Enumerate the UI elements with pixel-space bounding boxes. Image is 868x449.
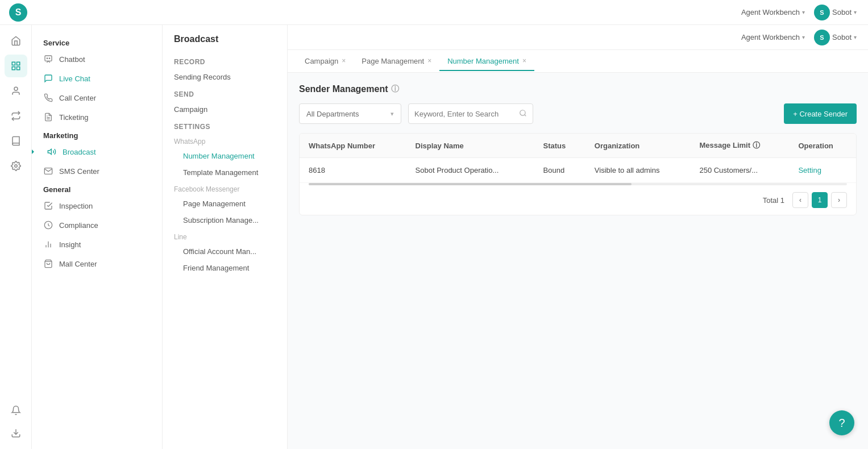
nav-item-broadcast[interactable]: Broadcast	[32, 142, 162, 161]
pagination-prev[interactable]: ‹	[792, 192, 808, 208]
broadcast-item-campaign[interactable]: Campaign	[163, 101, 287, 118]
nav-item-inspection[interactable]: Inspection	[32, 196, 162, 215]
col-status: Status	[534, 134, 585, 158]
nav-item-live-chat[interactable]: Live Chat	[32, 69, 162, 88]
sidebar-icon-home[interactable]	[5, 30, 27, 52]
app-logo: S	[9, 3, 27, 22]
help-button[interactable]: ?	[829, 410, 854, 435]
table-row: 8618 Sobot Product Operatio... Bound Vis…	[300, 158, 856, 183]
sidebar-icon-gear[interactable]	[5, 155, 27, 177]
broadcast-settings-section: Settings	[163, 118, 287, 133]
broadcast-icon	[47, 147, 57, 157]
sidebar-icon-download[interactable]	[5, 422, 27, 444]
col-display-name: Display Name	[406, 134, 534, 158]
broadcast-item-official-account[interactable]: Official Account Man...	[163, 243, 287, 260]
broadcast-item-number-management[interactable]: Number Management	[163, 148, 287, 164]
col-message-limit: Message Limit ⓘ	[690, 134, 789, 158]
cell-whatsapp-number: 8618	[300, 158, 406, 183]
icon-sidebar	[0, 25, 32, 449]
table-header-row: WhatsApp Number Display Name Status Orga…	[300, 134, 856, 158]
nav-section-general: General	[32, 181, 162, 196]
user-avatar: S	[814, 5, 830, 20]
nav-item-ticketing[interactable]: Ticketing	[32, 107, 162, 127]
broadcast-record-section: Record	[163, 53, 287, 68]
cell-operation: Setting	[789, 158, 856, 183]
user-arrow: ▾	[854, 9, 857, 15]
page-title: Sender Management ⓘ	[299, 84, 857, 94]
broadcast-whatsapp-group: WhatsApp	[163, 133, 287, 148]
tab-page-management[interactable]: Page Management ×	[354, 52, 439, 71]
svg-marker-12	[48, 149, 51, 154]
nav-sidebar: Service Chatbot Live Chat Call Center Ti…	[32, 25, 163, 449]
user-dropdown[interactable]: S Sobot ▾	[814, 5, 857, 20]
agent-workbench-arrow: ▾	[802, 9, 805, 15]
svg-line-19	[525, 114, 526, 116]
broadcast-line-group: Line	[163, 228, 287, 243]
col-whatsapp-number: WhatsApp Number	[300, 134, 406, 158]
svg-point-4	[14, 87, 18, 90]
nav-item-sms-center[interactable]: SMS Center	[32, 161, 162, 181]
title-info-icon[interactable]: ⓘ	[391, 84, 399, 94]
sidebar-icon-routing[interactable]	[5, 105, 27, 127]
tab-campaign-close[interactable]: ×	[342, 57, 346, 65]
live-chat-icon	[43, 73, 53, 84]
broadcast-item-sending-records[interactable]: Sending Records	[163, 68, 287, 86]
pagination-next[interactable]: ›	[831, 192, 847, 208]
broadcast-active-indicator	[32, 148, 34, 155]
secondary-user-dropdown[interactable]: S Sobot ▾	[814, 30, 857, 45]
nav-item-insight[interactable]: Insight	[32, 235, 162, 254]
tab-page-management-close[interactable]: ×	[427, 57, 431, 65]
svg-point-18	[520, 110, 525, 115]
broadcast-sidebar-title: Broadcast	[163, 34, 287, 53]
inspection-icon	[43, 201, 53, 211]
svg-rect-2	[12, 67, 15, 70]
secondary-user-arrow: ▾	[854, 34, 857, 40]
setting-link[interactable]: Setting	[798, 166, 821, 174]
scroll-indicator	[309, 183, 847, 185]
broadcast-item-friend-management[interactable]: Friend Management	[163, 260, 287, 276]
broadcast-item-page-management[interactable]: Page Management	[163, 196, 287, 212]
nav-item-chatbot[interactable]: Chatbot	[32, 49, 162, 69]
icon-sidebar-bottom-group	[5, 399, 27, 444]
scroll-thumb	[309, 183, 632, 185]
svg-point-5	[14, 165, 17, 168]
sender-table-container: WhatsApp Number Display Name Status Orga…	[299, 133, 857, 215]
insight-icon	[43, 239, 53, 250]
pagination: Total 1 ‹ 1 ›	[300, 185, 856, 215]
tabs-bar: Campaign × Page Management × Number Mana…	[288, 50, 868, 73]
cell-organization: Visible to all admins	[585, 158, 691, 183]
svg-rect-1	[16, 62, 19, 65]
search-input[interactable]	[414, 110, 516, 118]
sidebar-icon-person[interactable]	[5, 80, 27, 102]
secondary-top-right: Agent Workbench ▾ S Sobot ▾	[741, 30, 857, 45]
top-bar-right: Agent Workbench ▾ S Sobot ▾	[741, 5, 857, 20]
chatbot-icon	[43, 54, 53, 64]
pagination-total: Total 1	[763, 196, 784, 205]
svg-rect-3	[16, 67, 19, 70]
sidebar-icon-grid[interactable]	[5, 55, 27, 77]
pagination-page-1[interactable]: 1	[812, 192, 828, 208]
nav-item-compliance[interactable]: Compliance	[32, 215, 162, 235]
sidebar-icon-bell[interactable]	[5, 399, 27, 422]
department-filter[interactable]: All Departments ▾	[299, 103, 401, 124]
tab-campaign[interactable]: Campaign ×	[297, 52, 354, 71]
sidebar-icon-book[interactable]	[5, 130, 27, 152]
secondary-agent-workbench-dropdown[interactable]: Agent Workbench ▾	[741, 33, 805, 41]
compliance-icon	[43, 220, 53, 230]
nav-item-call-center[interactable]: Call Center	[32, 88, 162, 107]
tab-number-management[interactable]: Number Management ×	[439, 52, 534, 71]
sms-center-icon	[43, 166, 53, 176]
nav-item-mall-center[interactable]: Mall Center	[32, 254, 162, 273]
tab-number-management-close[interactable]: ×	[522, 57, 526, 65]
secondary-agent-workbench-arrow: ▾	[802, 34, 805, 40]
nav-section-service: Service	[32, 34, 162, 49]
secondary-user-avatar: S	[814, 30, 830, 45]
svg-rect-0	[12, 62, 15, 65]
broadcast-facebook-group: Facebook Messenger	[163, 181, 287, 196]
global-top-bar: S Agent Workbench ▾ S Sobot ▾	[0, 0, 868, 25]
broadcast-item-subscription-manage[interactable]: Subscription Manage...	[163, 212, 287, 228]
right-area: Broadcast Record Sending Records Send Ca…	[163, 25, 868, 449]
broadcast-item-template-management[interactable]: Template Management	[163, 164, 287, 181]
agent-workbench-dropdown[interactable]: Agent Workbench ▾	[741, 8, 805, 16]
create-sender-button[interactable]: + Create Sender	[784, 103, 857, 124]
